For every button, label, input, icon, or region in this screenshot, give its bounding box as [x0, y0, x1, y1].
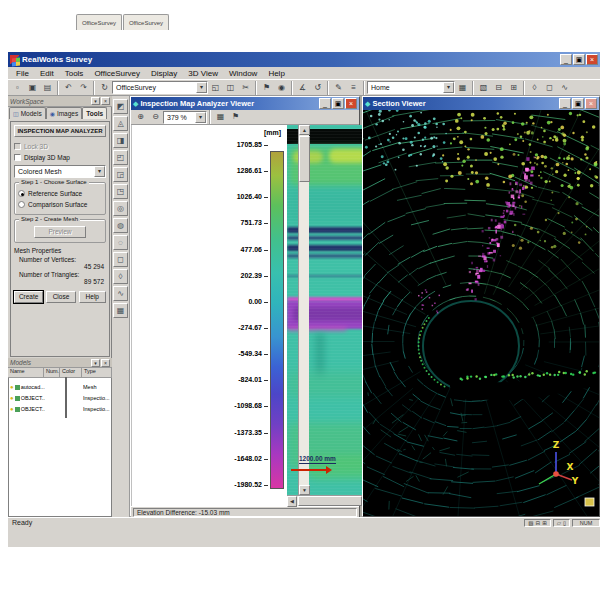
- target-tool-button[interactable]: ◎: [113, 201, 128, 216]
- hscroll-thumb[interactable]: [298, 496, 362, 506]
- map-viewer-title-bar[interactable]: ◆ Inspection Map Analyzer Viewer _ ▣ ×: [131, 97, 359, 110]
- layers-button[interactable]: ▦: [455, 81, 470, 95]
- close-icon[interactable]: ×: [101, 359, 110, 367]
- zoom-level-combo[interactable]: 379 % ▾: [163, 111, 207, 124]
- grid-button[interactable]: ⊞: [506, 81, 521, 95]
- visibility-bulb-icon[interactable]: ●: [10, 395, 14, 401]
- create-button[interactable]: Create: [14, 291, 43, 303]
- section-viewer-title-bar[interactable]: ◆ Section Viewer _ ▣ ×: [363, 97, 599, 110]
- column-header[interactable]: Color: [60, 368, 82, 378]
- visibility-bulb-icon[interactable]: ●: [10, 406, 14, 412]
- workspace-header[interactable]: WorkSpace ▾ ×: [8, 96, 112, 107]
- vscroll-thumb[interactable]: [299, 136, 310, 182]
- chevron-down-icon[interactable]: ▾: [196, 82, 207, 93]
- chevron-down-icon[interactable]: ▾: [94, 166, 105, 177]
- stats-button[interactable]: ≡: [346, 81, 361, 95]
- pen-button[interactable]: ✎: [331, 81, 346, 95]
- grid-icon[interactable]: ⊞: [542, 520, 547, 526]
- measure-button[interactable]: ∡: [295, 81, 310, 95]
- box-tool-button[interactable]: ◻: [113, 252, 128, 267]
- flag-button[interactable]: ⚑: [228, 110, 243, 124]
- close-icon[interactable]: ×: [101, 97, 110, 105]
- zoom-out-button[interactable]: ⊖: [148, 110, 163, 124]
- restore-button[interactable]: ▣: [573, 54, 585, 65]
- close-button[interactable]: ×: [585, 98, 597, 109]
- column-header[interactable]: Type: [82, 368, 112, 378]
- profile-button[interactable]: ∿: [557, 81, 572, 95]
- models-header[interactable]: Models ▾ ×: [8, 358, 112, 368]
- cascade-icon[interactable]: ▧: [528, 520, 533, 526]
- module-combo[interactable]: OfficeSurvey ▾: [112, 81, 208, 94]
- chevron-down-icon[interactable]: ▾: [91, 359, 100, 367]
- grid-tool-button[interactable]: ▦: [113, 303, 128, 318]
- restore-button[interactable]: ▣: [572, 98, 584, 109]
- zoom-in-button[interactable]: ⊕: [133, 110, 148, 124]
- select-tool-button[interactable]: ◩: [113, 99, 128, 114]
- close-button[interactable]: Close: [46, 291, 75, 303]
- app-title-bar[interactable]: RealWorks Survey _ ▣ ×: [8, 52, 600, 67]
- refresh-button[interactable]: ↻: [97, 81, 112, 95]
- box-button[interactable]: ◻: [542, 81, 557, 95]
- vertical-scrollbar[interactable]: ▲ ▼: [298, 125, 309, 495]
- grid-button[interactable]: ▦: [213, 110, 228, 124]
- scroll-up-icon[interactable]: ▲: [299, 125, 310, 135]
- tab-tools[interactable]: Tools: [82, 107, 107, 119]
- print-button[interactable]: ▤: [40, 81, 55, 95]
- menu-item-help[interactable]: Help: [263, 68, 289, 79]
- tile-icon[interactable]: ⊟: [536, 520, 541, 526]
- menu-item-edit[interactable]: Edit: [35, 68, 59, 79]
- flag-button[interactable]: ⚑: [259, 81, 274, 95]
- sample-tool-button[interactable]: ◰: [113, 150, 128, 165]
- table-row[interactable]: ●autocad...Mesh: [9, 378, 111, 389]
- tile-button[interactable]: ⊟: [491, 81, 506, 95]
- menu-item-window[interactable]: Window: [224, 68, 262, 79]
- close-button[interactable]: ×: [586, 54, 598, 65]
- column-header[interactable]: Num...: [44, 368, 60, 378]
- page-tab[interactable]: OfficeSurvey: [123, 14, 169, 30]
- minimize-button[interactable]: _: [560, 54, 572, 65]
- menu-item-tools[interactable]: Tools: [60, 68, 89, 79]
- chevron-down-icon[interactable]: ▾: [443, 82, 454, 93]
- menu-item-officesurvey[interactable]: OfficeSurvey: [89, 68, 145, 79]
- save-button[interactable]: ▣: [25, 81, 40, 95]
- scroll-down-icon[interactable]: ▼: [299, 485, 310, 495]
- polygon-tool-button[interactable]: ◬: [113, 116, 128, 131]
- display-3d-map-checkbox[interactable]: [14, 154, 21, 161]
- reference-surface-radio[interactable]: [18, 190, 25, 197]
- mesh-tool-button[interactable]: ◊: [113, 269, 128, 284]
- mesh-type-combo[interactable]: Colored Mesh ▾: [14, 165, 106, 178]
- camera-button[interactable]: ◉: [274, 81, 289, 95]
- home-combo[interactable]: Home ▾: [367, 81, 455, 94]
- sphere-tool-button[interactable]: ◍: [113, 218, 128, 233]
- new-button[interactable]: ▫: [10, 81, 25, 95]
- close-button[interactable]: ×: [345, 98, 357, 109]
- page-tab[interactable]: OfficeSurvey: [76, 14, 122, 30]
- tab-models[interactable]: ◫Models: [9, 107, 46, 119]
- cut-plane-tool-button[interactable]: ◨: [113, 133, 128, 148]
- chevron-down-icon[interactable]: ▾: [195, 112, 206, 123]
- mirror-button[interactable]: ◫: [223, 81, 238, 95]
- help-button[interactable]: Help: [79, 291, 106, 303]
- restore-button[interactable]: ▣: [332, 98, 344, 109]
- menu-item-3d-view[interactable]: 3D View: [183, 68, 223, 79]
- scroll-left-icon[interactable]: ◀: [287, 496, 297, 507]
- mesh-button[interactable]: ◊: [527, 81, 542, 95]
- profile-tool-button[interactable]: ∿: [113, 286, 128, 301]
- chevron-down-icon[interactable]: ▾: [91, 97, 100, 105]
- redo-button[interactable]: ↷: [76, 81, 91, 95]
- undo-button[interactable]: ↶: [61, 81, 76, 95]
- menu-item-display[interactable]: Display: [146, 68, 182, 79]
- limit-box-tool-button[interactable]: ◳: [113, 184, 128, 199]
- minimize-button[interactable]: _: [559, 98, 571, 109]
- column-header[interactable]: Name: [8, 368, 44, 378]
- scissors-button[interactable]: ✂: [238, 81, 253, 95]
- cascade-button[interactable]: ▧: [476, 81, 491, 95]
- segmentation-tool-button[interactable]: ◲: [113, 167, 128, 182]
- comparison-surface-radio[interactable]: [18, 201, 25, 208]
- section-canvas[interactable]: ZXY: [363, 110, 599, 516]
- menu-item-file[interactable]: File: [11, 68, 34, 79]
- table-row[interactable]: ●OBJECT...Inspectio...: [9, 400, 111, 411]
- visibility-bulb-icon[interactable]: ●: [10, 384, 14, 390]
- rotate-button[interactable]: ↺: [310, 81, 325, 95]
- cloud-tool-button[interactable]: ◌: [113, 235, 128, 250]
